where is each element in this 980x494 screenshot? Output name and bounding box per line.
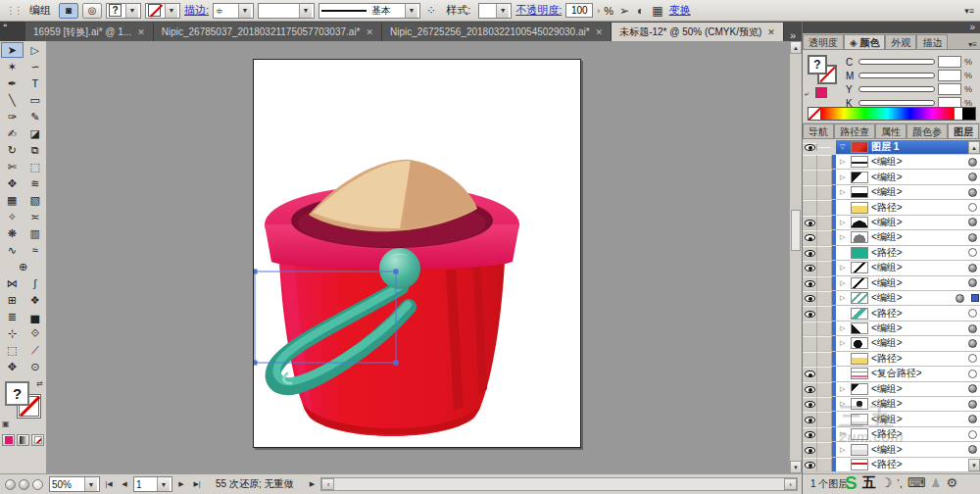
- none-swatch[interactable]: [808, 108, 821, 120]
- lock-cell[interactable]: [817, 442, 832, 456]
- eyedropper-tool-icon[interactable]: ✧: [1, 209, 24, 224]
- visibility-cell[interactable]: [803, 367, 817, 380]
- layer-row-11[interactable]: <路径>: [803, 306, 980, 321]
- close-icon[interactable]: ✕: [137, 27, 145, 37]
- layer-name[interactable]: <编组>: [871, 413, 903, 426]
- layer-thumbnail[interactable]: [851, 414, 868, 425]
- channel-value-input[interactable]: [938, 70, 961, 81]
- pencil-tool-icon[interactable]: ✎: [24, 109, 47, 124]
- layer-thumbnail[interactable]: [851, 247, 868, 259]
- layer-name[interactable]: <路径>: [871, 352, 903, 366]
- tab-外观[interactable]: 外观: [885, 34, 916, 49]
- layer-thumbnail[interactable]: [851, 308, 868, 320]
- expand-triangle-icon[interactable]: ▷: [840, 446, 848, 454]
- layer-name[interactable]: <编组>: [871, 155, 903, 169]
- free-transform-tool-icon[interactable]: ⬚: [24, 159, 47, 174]
- visibility-cell[interactable]: [803, 352, 817, 366]
- opacity-input[interactable]: [565, 3, 593, 18]
- wave-tool-icon[interactable]: ≈: [24, 242, 47, 258]
- layer-name[interactable]: <编组>: [871, 276, 903, 290]
- layer-thumbnail[interactable]: [851, 459, 868, 470]
- symbol-sprayer-tool-icon[interactable]: ❋: [1, 225, 24, 241]
- canvas-area[interactable]: [47, 41, 789, 473]
- channel-slider[interactable]: [858, 86, 935, 92]
- layer-thumbnail[interactable]: [851, 231, 868, 243]
- visibility-cell[interactable]: [803, 336, 817, 350]
- warp-tool-icon[interactable]: ✥: [1, 175, 24, 191]
- punctuation-icon[interactable]: ’,: [897, 477, 903, 489]
- expand-triangle-icon[interactable]: ▷: [840, 294, 848, 302]
- layer-name[interactable]: <路径>: [871, 201, 903, 215]
- channel-slider[interactable]: [858, 73, 935, 78]
- lock-cell[interactable]: [817, 352, 832, 366]
- scroll-up-icon[interactable]: ▲: [790, 41, 802, 54]
- layer-name[interactable]: 图层 1: [871, 140, 899, 154]
- layer-name[interactable]: <编组>: [871, 291, 903, 305]
- width-profile-dropdown[interactable]: ▼: [258, 3, 315, 19]
- layer-thumbnail[interactable]: [851, 277, 868, 289]
- brush-definition-dropdown[interactable]: 基本 ▼: [318, 3, 420, 19]
- visibility-cell[interactable]: [803, 261, 817, 274]
- next-artboard-button[interactable]: ▶: [174, 477, 188, 491]
- zoom-level-dropdown[interactable]: 50% ▼: [49, 476, 100, 492]
- layer-name[interactable]: <编组>: [871, 216, 903, 229]
- moon-icon[interactable]: ☽: [881, 475, 893, 490]
- ime-logo-icon[interactable]: S: [845, 472, 858, 494]
- target-circle-icon[interactable]: [956, 294, 964, 303]
- settings-wrench-icon[interactable]: ⚙: [946, 475, 957, 490]
- tab-颜色[interactable]: ◈ 颜色: [844, 34, 885, 49]
- align-checker-icon[interactable]: ▦: [650, 4, 664, 18]
- layer-row-8[interactable]: ▷<编组>: [803, 261, 980, 275]
- swap-fill-stroke-icon[interactable]: ⇄: [36, 379, 43, 388]
- lock-cell[interactable]: [817, 412, 832, 425]
- lock-cell[interactable]: [817, 147, 832, 148]
- layer-thumbnail[interactable]: [851, 262, 868, 273]
- layer-name[interactable]: <路径>: [871, 307, 903, 321]
- expand-triangle-icon[interactable]: ▷: [840, 279, 848, 287]
- layer-name[interactable]: <编组>: [871, 397, 903, 411]
- layer-thumbnail[interactable]: [851, 141, 868, 153]
- document-tab-4[interactable]: 未标题-12* @ 50% (CMYK/预览)✕: [612, 23, 784, 41]
- layer-row-4[interactable]: <路径>: [803, 200, 980, 215]
- layer-name[interactable]: <编组>: [871, 443, 903, 457]
- layer-name[interactable]: <路径>: [871, 246, 903, 260]
- layer-row-13[interactable]: ▷<编组>: [803, 336, 980, 351]
- scribble-tool-icon[interactable]: ≣: [1, 309, 24, 324]
- swap-colors-icon[interactable]: ⤶: [805, 89, 808, 99]
- expand-triangle-icon[interactable]: ▷: [840, 188, 848, 196]
- layer-thumbnail[interactable]: [851, 217, 868, 228]
- layer-row-20[interactable]: ▷<编组>: [803, 442, 980, 457]
- pen-tool-icon[interactable]: ✒: [1, 75, 24, 91]
- channel-value-input[interactable]: [938, 56, 961, 68]
- tab-描边[interactable]: 描边: [916, 34, 948, 49]
- layer-name[interactable]: <路径>: [871, 427, 903, 441]
- lock-cell[interactable]: [817, 261, 832, 274]
- visibility-cell[interactable]: [803, 382, 817, 396]
- expand-triangle-icon[interactable]: ▷: [840, 173, 848, 181]
- visibility-cell[interactable]: [803, 200, 817, 214]
- artboard-number-dropdown[interactable]: 1 ▼: [133, 476, 172, 492]
- lock-cell[interactable]: [817, 427, 832, 441]
- channel-slider[interactable]: [858, 59, 935, 65]
- scroll-right-icon[interactable]: ›: [784, 478, 797, 490]
- scroll-down-icon[interactable]: ▼: [790, 461, 802, 473]
- document-tab-3[interactable]: Nipic_26725256_20180322100545029030.ai*✕: [382, 23, 612, 41]
- appearance-toggle-icon[interactable]: ◙: [59, 3, 78, 19]
- layer-row-21[interactable]: <路径>: [803, 458, 980, 472]
- opacity-stepper-icon[interactable]: ›: [597, 6, 600, 16]
- layer-row-14[interactable]: <路径>: [803, 352, 980, 367]
- slice-tool-icon[interactable]: ⟋: [24, 342, 47, 358]
- lock-cell[interactable]: [817, 336, 832, 350]
- tab-属性[interactable]: 属性: [875, 124, 906, 138]
- layer-thumbnail[interactable]: [851, 202, 868, 214]
- width-tool-icon[interactable]: ≋: [24, 175, 47, 191]
- expand-triangle-icon[interactable]: ▷: [840, 339, 848, 347]
- lock-cell[interactable]: [817, 246, 832, 260]
- envelope-tool-icon[interactable]: ⋈: [1, 275, 24, 291]
- expand-triangle-icon[interactable]: ▷: [840, 324, 848, 332]
- layer-name[interactable]: <编组>: [871, 185, 903, 199]
- target-circle-icon[interactable]: ◎: [82, 3, 102, 19]
- scissors-tool-icon[interactable]: ✄: [1, 159, 24, 174]
- visibility-cell[interactable]: [803, 143, 817, 151]
- lock-cell[interactable]: [817, 230, 832, 244]
